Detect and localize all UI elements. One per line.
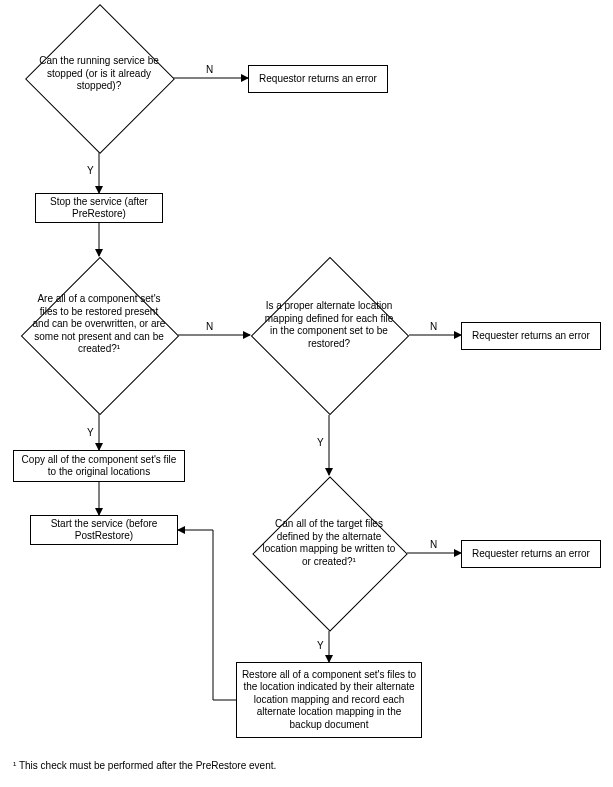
edge-label-d4-n: N <box>430 539 437 550</box>
decision-files-present-text: Are all of a component set's files to be… <box>32 293 166 356</box>
decision-service-stopped-text: Can the running service be stopped (or i… <box>35 55 163 93</box>
process-restore-alt-location: Restore all of a component set's files t… <box>236 662 422 738</box>
edge-label-d3-n: N <box>430 321 437 332</box>
process-requestor-error-1: Requestor returns an error <box>248 65 388 93</box>
edge-label-d2-n: N <box>206 321 213 332</box>
process-copy-files: Copy all of the component set's file to … <box>13 450 185 482</box>
decision-target-files-writable-text: Can all of the target files defined by t… <box>262 518 396 568</box>
process-stop-service: Stop the service (after PreRestore) <box>35 193 163 223</box>
footnote-text: ¹ This check must be performed after the… <box>13 760 276 771</box>
process-requester-error-2: Requester returns an error <box>461 322 601 350</box>
edge-label-d4-y: Y <box>317 640 324 651</box>
flowchart-canvas: Can the running service be stopped (or i… <box>0 0 613 787</box>
edge-label-d1-y: Y <box>87 165 94 176</box>
decision-alt-mapping-defined-text: Is a proper alternate location mapping d… <box>262 300 396 350</box>
edge-label-d1-n: N <box>206 64 213 75</box>
edge-label-d3-y: Y <box>317 437 324 448</box>
edge-label-d2-y: Y <box>87 427 94 438</box>
process-requester-error-3: Requester returns an error <box>461 540 601 568</box>
process-start-service: Start the service (before PostRestore) <box>30 515 178 545</box>
